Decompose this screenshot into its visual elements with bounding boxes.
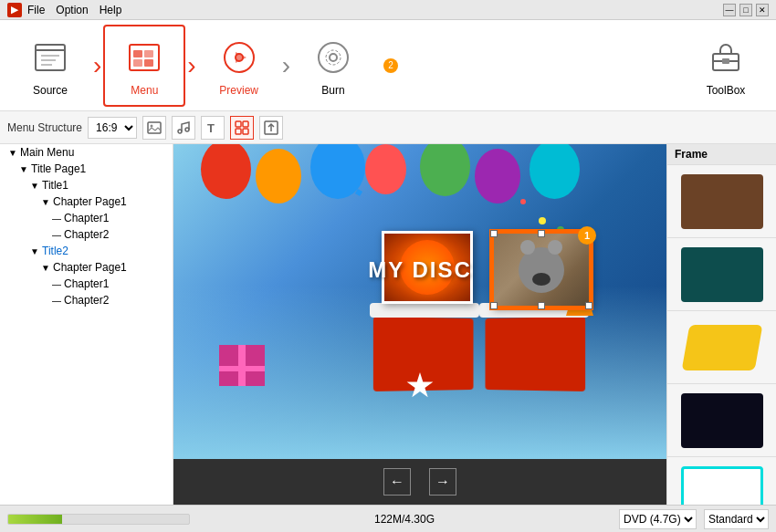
dash-icon: — [51,296,62,306]
progress-bar-container [7,514,190,525]
menu-structure-label: Menu Structure [7,121,82,134]
toolbar-toolbox[interactable]: ToolBox [685,25,767,107]
title2-label: Title2 [42,245,68,257]
tree-chapter1-1[interactable]: — Chapter1 [0,210,173,226]
svg-rect-27 [243,129,248,134]
tree-title1[interactable]: ▼ Title1 [0,177,173,193]
svg-rect-0 [36,45,65,70]
handle-bl [490,302,498,309]
photo-frame-right[interactable]: 1 [491,231,592,308]
svg-rect-18 [722,58,729,64]
frame-yellow[interactable] [667,311,776,384]
toolbar-preview[interactable]: Preview [198,25,280,107]
handle-tc [538,230,545,237]
canvas-navigation: ← → [173,459,666,505]
toggle-icon: ▼ [29,181,40,191]
svg-text:T: T [207,121,215,135]
toolbar-burn[interactable]: Burn [292,25,374,107]
handle-br [585,302,592,309]
status-progress-text: 122M/4.30G [197,513,612,526]
tree-title2[interactable]: ▼ Title2 [0,243,173,259]
burn-icon [310,35,356,80]
chapter-page1-2-label: Chapter Page1 [53,261,127,274]
svg-rect-7 [144,50,153,57]
menu-option[interactable]: Option [56,4,88,16]
menu-label: Menu [131,84,158,97]
quality-select[interactable]: Standard High Best [704,509,769,529]
status-right: DVD (4.7G) DVD (8.5G) Blu-ray Standard H… [619,509,769,529]
title-bar-left: ▶ File Option Help [7,3,121,17]
frame-teal[interactable] [667,238,776,311]
toolbar-source[interactable]: Source [9,25,91,107]
source-icon [27,35,73,80]
brown-swatch [681,174,763,229]
toggle-icon: ▼ [7,148,18,158]
tree-chapter2-2[interactable]: — Chapter2 [0,292,173,308]
chapter-page1-label: Chapter Page1 [53,195,127,208]
center-canvas: 1 MY DISC ← → [173,144,666,505]
right-panel: Frame [666,144,776,505]
main-menu-label: Main Menu [20,146,74,159]
close-button[interactable]: ✕ [756,4,769,16]
next-button[interactable]: → [429,468,456,495]
prev-button[interactable]: ← [383,468,411,495]
sub-toolbar: Menu Structure 16:9 4:3 T [0,111,776,144]
menu-icon [121,35,167,80]
maximize-button[interactable]: □ [739,4,752,16]
svg-point-21 [178,130,182,133]
dvd-type-select[interactable]: DVD (4.7G) DVD (8.5G) Blu-ray [619,509,697,529]
arrow-sep-3: › [282,51,290,80]
chapter1-label: Chapter1 [64,212,109,224]
preview-label: Preview [219,84,258,97]
arrow-sep-2: › [187,51,195,80]
toggle-icon: ▼ [29,246,40,256]
red-box-left [373,317,474,391]
koala-image [494,234,589,306]
disc-title-text[interactable]: MY DISC [368,257,472,283]
toolbox-icon [703,35,749,80]
title1-label: Title1 [42,179,68,192]
tree-chapter-page1-2[interactable]: ▼ Chapter Page1 [0,259,173,276]
toolbar-menu[interactable]: Menu [103,25,185,107]
svg-point-14 [330,54,337,61]
tree-chapter2-1[interactable]: — Chapter2 [0,226,173,243]
dash-icon: — [51,214,62,224]
tree-chapter1-2[interactable]: — Chapter1 [0,276,173,292]
progress-bar-fill [8,515,62,524]
text-btn[interactable]: T [201,116,225,140]
chapter2-2-label: Chapter2 [64,294,109,307]
frame-cyan-outline[interactable] [667,457,776,505]
grid-btn[interactable] [230,116,254,140]
frame-dark[interactable] [667,384,776,457]
svg-rect-19 [148,122,161,133]
image-btn[interactable] [142,116,166,140]
badge-area: 2 [382,58,398,73]
frame-header: Frame [667,144,776,165]
burn-label: Burn [321,84,344,97]
chapter1-2-label: Chapter1 [64,277,109,290]
preview-area[interactable]: 1 MY DISC [173,144,666,459]
svg-point-22 [185,128,189,131]
title-bar-menu: File Option Help [27,4,121,16]
minimize-button[interactable]: — [723,4,736,16]
gift-box-1 [219,345,265,386]
aspect-ratio-select[interactable]: 16:9 4:3 [88,117,137,139]
toolbox-label: ToolBox [707,84,746,97]
tree-title-page1[interactable]: ▼ Title Page1 [0,161,173,177]
export-btn[interactable] [259,116,283,140]
tree-chapter-page1-1[interactable]: ▼ Chapter Page1 [0,193,173,210]
status-bar: 122M/4.30G DVD (4.7G) DVD (8.5G) Blu-ray… [0,505,776,532]
main-area: ▼ Main Menu ▼ Title Page1 ▼ Title1 ▼ Cha… [0,144,776,505]
toggle-icon: ▼ [40,197,51,207]
frame-brown[interactable] [667,165,776,238]
menu-file[interactable]: File [27,4,45,16]
menu-help[interactable]: Help [100,4,122,16]
title-bar: ▶ File Option Help — □ ✕ [0,0,776,20]
svg-rect-9 [144,59,153,67]
svg-point-15 [326,50,341,65]
music-btn[interactable] [172,116,195,140]
preview-background: 1 MY DISC [173,144,666,459]
svg-rect-26 [236,129,241,134]
tree-main-menu[interactable]: ▼ Main Menu [0,144,173,161]
step-badge: 2 [383,58,398,73]
